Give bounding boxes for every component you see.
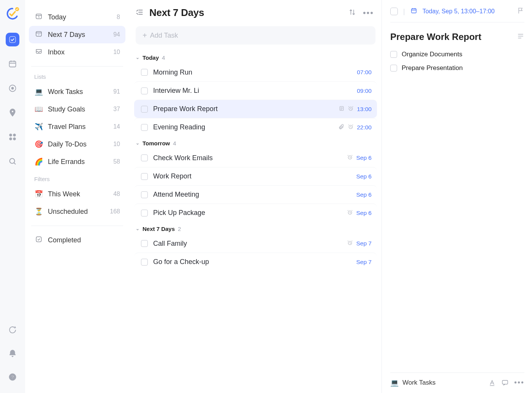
rail-tasks-icon[interactable] (6, 33, 19, 46)
task-checkbox[interactable] (141, 173, 148, 180)
task-checkbox[interactable] (141, 106, 148, 113)
rail-search-icon[interactable] (6, 154, 19, 168)
sidebar-count: 94 (113, 31, 120, 38)
svg-point-5 (12, 88, 14, 89)
today-icon: 5 (34, 13, 43, 22)
task-row[interactable]: Pick Up PackageSep 6 (134, 204, 377, 222)
task-list-panel: Next 7 Days ••• + Add Task ⌄Today 4Morni… (130, 0, 382, 393)
task-title: Pick Up Package (153, 209, 342, 217)
svg-rect-26 (502, 380, 508, 384)
detail-date[interactable]: Today, Sep 5, 13:00–17:00 (423, 8, 511, 15)
task-row[interactable]: Go for a Check-upSep 7 (134, 253, 377, 271)
subtask-row[interactable]: Prepare Presentation (390, 61, 524, 75)
task-row[interactable]: Attend MeetingSep 6 (134, 185, 377, 204)
chevron-down-icon: ⌄ (136, 55, 139, 60)
group-header[interactable]: ⌄Today 4 (134, 51, 377, 63)
group-header[interactable]: ⌄Tomorrow 4 (134, 136, 377, 149)
sidebar-item-completed[interactable]: Completed (29, 231, 125, 249)
sidebar-list-life-errands[interactable]: 🌈Life Errands58 (29, 153, 125, 170)
list-emoji-icon: ⏳ (34, 207, 43, 216)
sidebar-item-next7days[interactable]: 7 Next 7 Days 94 (29, 26, 125, 43)
next7-icon: 7 (34, 30, 43, 40)
list-emoji-icon: 🌈 (34, 158, 43, 166)
plus-icon: + (142, 31, 147, 40)
sidebar-filter-this-week[interactable]: 📅This Week48 (29, 185, 125, 203)
page-title: Next 7 Days (149, 7, 342, 19)
task-detail-panel: | Today, Sep 5, 13:00–17:00 Prepare Work… (382, 0, 532, 393)
rail-bell-icon[interactable] (6, 347, 19, 360)
svg-rect-25 (411, 9, 416, 13)
divider (31, 66, 123, 67)
sidebar-label: This Week (48, 190, 113, 198)
rail-sync-icon[interactable] (6, 323, 19, 337)
task-checkbox[interactable] (141, 210, 148, 216)
sidebar-count: 168 (110, 208, 120, 215)
list-emoji: 💻 (390, 379, 399, 387)
comment-icon[interactable] (501, 379, 509, 387)
sidebar-list-study-goals[interactable]: 📖Study Goals37 (29, 100, 125, 118)
sidebar-item-inbox[interactable]: Inbox 10 (29, 43, 125, 61)
list-view-icon[interactable] (136, 8, 144, 18)
subtask-checkbox[interactable] (390, 65, 397, 72)
svg-rect-2 (10, 37, 16, 43)
task-checkbox[interactable] (141, 240, 148, 247)
sidebar-label: Travel Plans (48, 123, 113, 131)
detail-footer: 💻 Work Tasks ••• (390, 372, 524, 387)
sidebar-list-daily-to-dos[interactable]: 🎯Daily To-Dos10 (29, 135, 125, 153)
more-icon[interactable]: ••• (363, 8, 374, 18)
sidebar-count: 8 (117, 14, 120, 21)
task-row[interactable]: Check Work EmailsSep 6 (134, 149, 377, 167)
task-time: 13:00 (357, 106, 372, 113)
sidebar-item-today[interactable]: 5 Today 8 (29, 8, 125, 26)
subtask-row[interactable]: Organize Documents (390, 48, 524, 61)
sidebar-count: 58 (113, 158, 120, 165)
task-title: Prepare Work Report (153, 105, 333, 113)
flag-icon[interactable] (517, 7, 524, 16)
sidebar-label: Life Errands (48, 158, 113, 166)
group-header[interactable]: ⌄Next 7 Days 2 (134, 222, 377, 234)
task-time: Sep 6 (356, 191, 372, 198)
task-title: Evening Reading (153, 123, 333, 131)
rail-location-icon[interactable] (6, 106, 19, 119)
sidebar-label: Study Goals (48, 105, 113, 113)
more-icon[interactable]: ••• (514, 378, 524, 387)
task-title: Interview Mr. Li (153, 87, 352, 95)
svg-point-6 (11, 110, 13, 112)
rail-matrix-icon[interactable] (6, 130, 19, 144)
sort-icon[interactable] (347, 8, 358, 18)
sidebar-list-work-tasks[interactable]: 💻Work Tasks91 (29, 83, 125, 100)
task-row[interactable]: Work ReportSep 6 (134, 167, 377, 185)
task-checkbox[interactable] (141, 154, 148, 161)
subtask-checkbox[interactable] (390, 51, 397, 58)
task-checkbox[interactable] (141, 259, 148, 266)
sidebar-list-travel-plans[interactable]: ✈️Travel Plans14 (29, 118, 125, 135)
task-row[interactable]: Morning Run07:00 (134, 63, 377, 81)
calendar-icon[interactable] (410, 7, 417, 16)
task-row[interactable]: Interview Mr. Li09:00 (134, 81, 377, 100)
task-row[interactable]: Call FamilySep 7 (134, 234, 377, 253)
task-row[interactable]: Evening Reading22:00 (134, 118, 377, 136)
alarm-icon (347, 240, 353, 247)
task-checkbox[interactable] (141, 69, 148, 76)
task-checkbox[interactable] (141, 124, 148, 131)
rail-help-icon[interactable]: ? (6, 370, 19, 384)
sidebar-label: Today (48, 13, 117, 21)
detail-checkbox[interactable] (390, 8, 398, 15)
task-row[interactable]: Prepare Work Report13:00 (134, 100, 377, 118)
detail-title[interactable]: Prepare Work Report (390, 32, 513, 42)
alarm-icon (347, 154, 353, 162)
chevron-down-icon: ⌄ (136, 140, 139, 146)
sidebar-filter-unscheduled[interactable]: ⏳Unscheduled168 (29, 203, 125, 220)
text-style-icon[interactable] (488, 379, 496, 387)
detail-list-selector[interactable]: 💻 Work Tasks (390, 379, 483, 387)
task-checkbox[interactable] (141, 88, 148, 94)
task-checkbox[interactable] (141, 191, 148, 198)
add-task-input[interactable]: + Add Task (136, 26, 375, 45)
rail-focus-icon[interactable] (6, 81, 19, 95)
inbox-icon (34, 48, 43, 57)
task-title: Attend Meeting (153, 191, 351, 199)
description-icon[interactable] (517, 32, 524, 41)
group-name: Tomorrow (142, 140, 170, 146)
rail-calendar-icon[interactable] (6, 57, 19, 71)
list-header: Next 7 Days ••• (134, 5, 377, 22)
